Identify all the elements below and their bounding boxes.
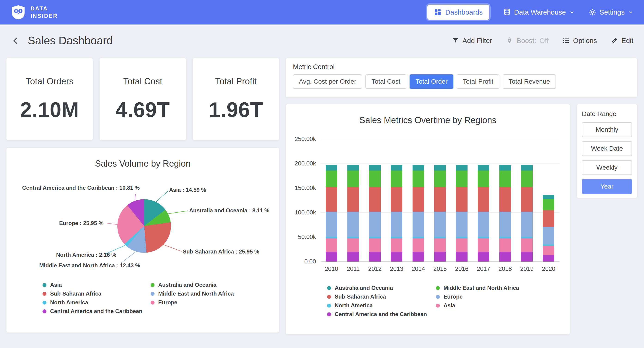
bar-segment-central-america-and-the-caribbean[interactable]: [478, 252, 489, 262]
bar-2015[interactable]: [434, 165, 446, 262]
bar-segment-middle-east-and-north-africa[interactable]: [348, 171, 359, 187]
bar-segment-asia[interactable]: [434, 238, 446, 252]
bar-segment-australia-and-oceania[interactable]: [369, 165, 381, 170]
legend-item-asia[interactable]: Asia: [436, 302, 519, 308]
bar-segment-north-america[interactable]: [521, 237, 533, 238]
legend-item-australia-oceania[interactable]: Australia and Oceania: [327, 285, 436, 291]
legend-item-central-america[interactable]: Central America and the Caribbean: [327, 311, 436, 317]
bar-segment-australia-and-oceania[interactable]: [326, 165, 337, 170]
bar-segment-europe[interactable]: [391, 212, 402, 237]
bar-segment-asia[interactable]: [478, 238, 489, 252]
bar-segment-middle-east-and-north-africa[interactable]: [478, 171, 489, 187]
brand[interactable]: DATA INSIDER: [11, 5, 58, 20]
bar-segment-europe[interactable]: [456, 212, 468, 237]
bar-segment-north-america[interactable]: [391, 237, 402, 238]
bar-segment-central-america-and-the-caribbean[interactable]: [543, 255, 554, 262]
bar-2017[interactable]: [478, 165, 489, 262]
edit-button[interactable]: Edit: [611, 37, 633, 45]
bar-segment-sub-saharan-africa[interactable]: [391, 187, 402, 212]
legend-item-europe[interactable]: Europe: [150, 299, 234, 305]
bar-segment-north-america[interactable]: [369, 237, 381, 238]
bar-segment-sub-saharan-africa[interactable]: [521, 187, 533, 212]
bar-segment-central-america-and-the-caribbean[interactable]: [521, 252, 533, 262]
bar-segment-australia-and-oceania[interactable]: [456, 165, 468, 170]
bar-segment-europe[interactable]: [543, 227, 554, 244]
bar-segment-central-america-and-the-caribbean[interactable]: [369, 252, 381, 262]
back-button[interactable]: [11, 36, 21, 46]
metric-button-total-profit[interactable]: Total Profit: [457, 74, 499, 89]
bar-segment-north-america[interactable]: [326, 237, 337, 238]
bar-segment-sub-saharan-africa[interactable]: [412, 187, 424, 212]
add-filter-button[interactable]: Add Filter: [452, 37, 492, 45]
bar-segment-north-america[interactable]: [348, 237, 359, 238]
metric-button-avg-cost-per-order[interactable]: Avg. Cost per Order: [293, 74, 362, 89]
bar-segment-middle-east-and-north-africa[interactable]: [543, 199, 554, 210]
bar-segment-asia[interactable]: [500, 238, 511, 252]
bar-segment-central-america-and-the-caribbean[interactable]: [348, 252, 359, 262]
bar-segment-asia[interactable]: [326, 238, 337, 252]
bar-2018[interactable]: [500, 165, 511, 262]
legend-item-north-america[interactable]: North America: [42, 299, 150, 305]
bar-segment-sub-saharan-africa[interactable]: [543, 210, 554, 227]
date-range-button-year[interactable]: Year: [582, 179, 632, 194]
bar-segment-north-america[interactable]: [412, 237, 424, 238]
legend-item-asia[interactable]: Asia: [42, 282, 150, 288]
bar-segment-middle-east-and-north-africa[interactable]: [369, 171, 381, 187]
legend-item-middle-east-north-africa[interactable]: Middle East and North Africa: [436, 285, 519, 291]
bar-segment-australia-and-oceania[interactable]: [434, 165, 446, 170]
bar-segment-asia[interactable]: [543, 246, 554, 255]
bar-segment-australia-and-oceania[interactable]: [543, 195, 554, 199]
bar-segment-europe[interactable]: [500, 212, 511, 237]
date-range-button-weekly[interactable]: Weekly: [582, 160, 632, 175]
bar-segment-asia[interactable]: [521, 238, 533, 252]
bar-segment-asia[interactable]: [456, 238, 468, 252]
bar-segment-asia[interactable]: [348, 238, 359, 252]
date-range-button-monthly[interactable]: Monthly: [582, 122, 632, 137]
bar-segment-north-america[interactable]: [478, 237, 489, 238]
bar-segment-sub-saharan-africa[interactable]: [434, 187, 446, 212]
bar-segment-australia-and-oceania[interactable]: [412, 165, 424, 170]
bar-segment-central-america-and-the-caribbean[interactable]: [391, 252, 402, 262]
metric-button-total-cost[interactable]: Total Cost: [366, 74, 406, 89]
bar-segment-europe[interactable]: [369, 212, 381, 237]
bar-segment-north-america[interactable]: [456, 237, 468, 238]
bar-segment-central-america-and-the-caribbean[interactable]: [456, 252, 468, 262]
bar-segment-central-america-and-the-caribbean[interactable]: [412, 252, 424, 262]
bar-segment-middle-east-and-north-africa[interactable]: [391, 171, 402, 187]
legend-item-middle-east-north-africa[interactable]: Middle East and North Africa: [150, 291, 234, 297]
settings-menu[interactable]: Settings: [588, 8, 633, 16]
bar-segment-central-america-and-the-caribbean[interactable]: [500, 252, 511, 262]
bar-2016[interactable]: [456, 165, 468, 262]
bar-segment-middle-east-and-north-africa[interactable]: [326, 171, 337, 187]
bar-2012[interactable]: [369, 165, 381, 262]
legend-item-australia-oceania[interactable]: Australia and Oceania: [150, 282, 234, 288]
bar-segment-asia[interactable]: [369, 238, 381, 252]
bar-segment-middle-east-and-north-africa[interactable]: [521, 171, 533, 187]
legend-item-north-america[interactable]: North America: [327, 302, 436, 308]
date-range-button-week-date[interactable]: Week Date: [582, 141, 632, 156]
bar-2013[interactable]: [391, 165, 402, 262]
bar-segment-middle-east-and-north-africa[interactable]: [500, 171, 511, 187]
metric-button-total-order[interactable]: Total Order: [410, 74, 454, 89]
bar-segment-australia-and-oceania[interactable]: [521, 165, 533, 170]
legend-item-sub-saharan-africa[interactable]: Sub-Saharan Africa: [327, 294, 436, 300]
bar-2011[interactable]: [348, 165, 359, 262]
bar-segment-sub-saharan-africa[interactable]: [348, 187, 359, 212]
bar-segment-australia-and-oceania[interactable]: [500, 165, 511, 170]
bar-segment-asia[interactable]: [412, 238, 424, 252]
bar-segment-australia-and-oceania[interactable]: [478, 165, 489, 170]
bar-segment-australia-and-oceania[interactable]: [348, 165, 359, 170]
bar-segment-europe[interactable]: [434, 212, 446, 237]
bar-segment-europe[interactable]: [326, 212, 337, 237]
bar-segment-asia[interactable]: [391, 238, 402, 252]
bar-segment-central-america-and-the-caribbean[interactable]: [326, 252, 337, 262]
bar-segment-north-america[interactable]: [500, 237, 511, 238]
legend-item-europe[interactable]: Europe: [436, 294, 519, 300]
legend-item-central-america[interactable]: Central America and the Caribbean: [42, 308, 150, 314]
bar-segment-europe[interactable]: [478, 212, 489, 237]
bar-segment-central-america-and-the-caribbean[interactable]: [434, 252, 446, 262]
bar-segment-europe[interactable]: [412, 212, 424, 237]
bar-segment-sub-saharan-africa[interactable]: [326, 187, 337, 212]
dashboards-button[interactable]: Dashboards: [427, 5, 489, 20]
bar-2010[interactable]: [326, 165, 337, 262]
